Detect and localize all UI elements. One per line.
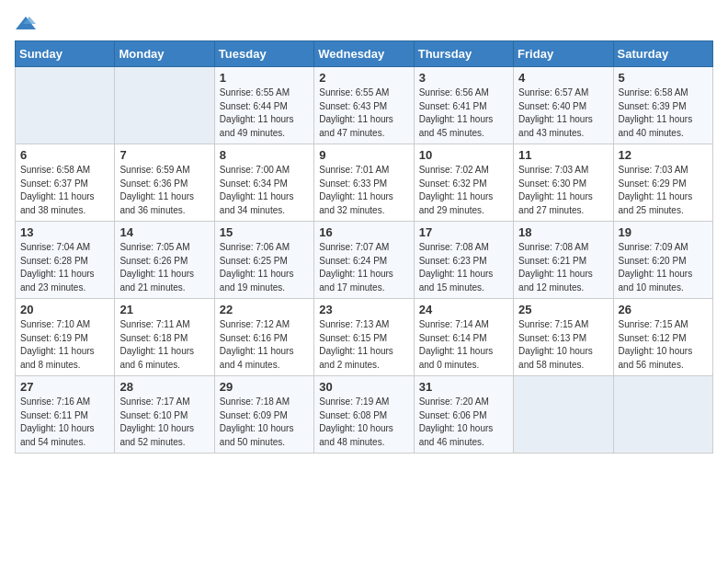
calendar-cell: 22Sunrise: 7:12 AM Sunset: 6:16 PM Dayli…	[214, 299, 313, 376]
day-number: 1	[220, 71, 309, 85]
calendar-cell: 27Sunrise: 7:16 AM Sunset: 6:11 PM Dayli…	[16, 376, 115, 454]
calendar-week-4: 20Sunrise: 7:10 AM Sunset: 6:19 PM Dayli…	[16, 299, 713, 376]
day-info: Sunrise: 6:56 AM Sunset: 6:41 PM Dayligh…	[419, 86, 508, 140]
calendar-cell: 3Sunrise: 6:56 AM Sunset: 6:41 PM Daylig…	[414, 67, 513, 144]
calendar-cell: 23Sunrise: 7:13 AM Sunset: 6:15 PM Dayli…	[314, 299, 414, 376]
day-number: 20	[20, 303, 109, 316]
calendar-cell: 26Sunrise: 7:15 AM Sunset: 6:12 PM Dayli…	[613, 299, 712, 376]
day-info: Sunrise: 7:18 AM Sunset: 6:09 PM Dayligh…	[220, 396, 309, 449]
day-number: 23	[319, 303, 408, 316]
day-number: 25	[518, 303, 608, 316]
calendar-cell: 11Sunrise: 7:03 AM Sunset: 6:30 PM Dayli…	[514, 144, 613, 222]
day-info: Sunrise: 7:08 AM Sunset: 6:21 PM Dayligh…	[518, 241, 608, 294]
day-number: 28	[119, 380, 209, 394]
logo-icon	[16, 15, 36, 31]
day-info: Sunrise: 7:15 AM Sunset: 6:12 PM Dayligh…	[619, 318, 708, 372]
day-info: Sunrise: 7:15 AM Sunset: 6:13 PM Dayligh…	[518, 318, 608, 372]
day-info: Sunrise: 7:05 AM Sunset: 6:26 PM Dayligh…	[119, 241, 209, 294]
day-header-saturday: Saturday	[613, 41, 712, 67]
calendar-cell: 7Sunrise: 6:59 AM Sunset: 6:36 PM Daylig…	[115, 144, 214, 222]
calendar-cell: 2Sunrise: 6:55 AM Sunset: 6:43 PM Daylig…	[314, 67, 414, 144]
calendar-cell: 31Sunrise: 7:20 AM Sunset: 6:06 PM Dayli…	[414, 376, 513, 454]
day-number: 4	[518, 71, 608, 85]
day-info: Sunrise: 6:55 AM Sunset: 6:43 PM Dayligh…	[319, 86, 408, 140]
day-header-friday: Friday	[514, 41, 613, 67]
day-info: Sunrise: 7:17 AM Sunset: 6:10 PM Dayligh…	[119, 396, 209, 449]
calendar-cell: 10Sunrise: 7:02 AM Sunset: 6:32 PM Dayli…	[414, 144, 513, 222]
day-info: Sunrise: 7:04 AM Sunset: 6:28 PM Dayligh…	[20, 241, 109, 294]
day-info: Sunrise: 7:00 AM Sunset: 6:34 PM Dayligh…	[220, 164, 309, 217]
day-number: 5	[619, 71, 708, 85]
day-number: 15	[220, 225, 309, 239]
day-number: 14	[119, 225, 209, 239]
calendar-cell: 29Sunrise: 7:18 AM Sunset: 6:09 PM Dayli…	[214, 376, 313, 454]
day-header-wednesday: Wednesday	[314, 41, 414, 67]
day-number: 16	[319, 225, 408, 239]
day-info: Sunrise: 7:06 AM Sunset: 6:25 PM Dayligh…	[220, 241, 309, 294]
day-number: 12	[619, 148, 708, 162]
day-info: Sunrise: 7:14 AM Sunset: 6:14 PM Dayligh…	[419, 318, 508, 372]
calendar-cell: 5Sunrise: 6:58 AM Sunset: 6:39 PM Daylig…	[613, 67, 712, 144]
day-info: Sunrise: 7:13 AM Sunset: 6:15 PM Dayligh…	[319, 318, 408, 372]
day-info: Sunrise: 7:03 AM Sunset: 6:29 PM Dayligh…	[619, 164, 708, 217]
logo	[15, 15, 37, 31]
calendar-cell: 18Sunrise: 7:08 AM Sunset: 6:21 PM Dayli…	[514, 222, 613, 299]
day-number: 11	[518, 148, 608, 162]
day-header-thursday: Thursday	[414, 41, 513, 67]
day-number: 13	[20, 225, 109, 239]
day-info: Sunrise: 6:55 AM Sunset: 6:44 PM Dayligh…	[220, 86, 309, 140]
calendar-cell: 1Sunrise: 6:55 AM Sunset: 6:44 PM Daylig…	[214, 67, 313, 144]
calendar-cell: 4Sunrise: 6:57 AM Sunset: 6:40 PM Daylig…	[514, 67, 613, 144]
calendar-cell	[514, 376, 613, 454]
day-info: Sunrise: 7:02 AM Sunset: 6:32 PM Dayligh…	[419, 164, 508, 217]
day-info: Sunrise: 7:08 AM Sunset: 6:23 PM Dayligh…	[419, 241, 508, 294]
day-header-monday: Monday	[115, 41, 214, 67]
day-info: Sunrise: 7:10 AM Sunset: 6:19 PM Dayligh…	[20, 318, 109, 372]
calendar-week-1: 1Sunrise: 6:55 AM Sunset: 6:44 PM Daylig…	[16, 67, 713, 144]
day-number: 9	[319, 148, 408, 162]
day-info: Sunrise: 6:58 AM Sunset: 6:39 PM Dayligh…	[619, 86, 708, 140]
calendar-cell: 21Sunrise: 7:11 AM Sunset: 6:18 PM Dayli…	[115, 299, 214, 376]
day-number: 31	[419, 380, 508, 394]
day-info: Sunrise: 7:03 AM Sunset: 6:30 PM Dayligh…	[518, 164, 608, 217]
calendar-cell: 20Sunrise: 7:10 AM Sunset: 6:19 PM Dayli…	[16, 299, 115, 376]
calendar-header: SundayMondayTuesdayWednesdayThursdayFrid…	[16, 41, 713, 67]
calendar-cell: 15Sunrise: 7:06 AM Sunset: 6:25 PM Dayli…	[214, 222, 313, 299]
calendar-cell: 30Sunrise: 7:19 AM Sunset: 6:08 PM Dayli…	[314, 376, 414, 454]
calendar-cell: 16Sunrise: 7:07 AM Sunset: 6:24 PM Dayli…	[314, 222, 414, 299]
day-number: 8	[220, 148, 309, 162]
day-header-tuesday: Tuesday	[214, 41, 313, 67]
page-header	[15, 15, 713, 31]
day-info: Sunrise: 7:11 AM Sunset: 6:18 PM Dayligh…	[119, 318, 209, 372]
calendar-cell	[613, 376, 712, 454]
day-header-sunday: Sunday	[16, 41, 115, 67]
calendar-week-5: 27Sunrise: 7:16 AM Sunset: 6:11 PM Dayli…	[16, 376, 713, 454]
day-info: Sunrise: 7:20 AM Sunset: 6:06 PM Dayligh…	[419, 396, 508, 449]
day-info: Sunrise: 6:58 AM Sunset: 6:37 PM Dayligh…	[20, 164, 109, 217]
calendar-cell: 6Sunrise: 6:58 AM Sunset: 6:37 PM Daylig…	[16, 144, 115, 222]
day-number: 21	[119, 303, 209, 316]
calendar-cell: 25Sunrise: 7:15 AM Sunset: 6:13 PM Dayli…	[514, 299, 613, 376]
day-number: 6	[20, 148, 109, 162]
calendar-cell: 24Sunrise: 7:14 AM Sunset: 6:14 PM Dayli…	[414, 299, 513, 376]
calendar-cell: 19Sunrise: 7:09 AM Sunset: 6:20 PM Dayli…	[613, 222, 712, 299]
day-number: 30	[319, 380, 408, 394]
calendar-cell: 28Sunrise: 7:17 AM Sunset: 6:10 PM Dayli…	[115, 376, 214, 454]
day-number: 24	[419, 303, 508, 316]
calendar-table: SundayMondayTuesdayWednesdayThursdayFrid…	[15, 40, 713, 454]
day-number: 3	[419, 71, 508, 85]
calendar-cell: 12Sunrise: 7:03 AM Sunset: 6:29 PM Dayli…	[613, 144, 712, 222]
day-number: 22	[220, 303, 309, 316]
day-info: Sunrise: 7:12 AM Sunset: 6:16 PM Dayligh…	[220, 318, 309, 372]
day-number: 29	[220, 380, 309, 394]
day-number: 10	[419, 148, 508, 162]
day-number: 17	[419, 225, 508, 239]
day-number: 2	[319, 71, 408, 85]
day-info: Sunrise: 7:09 AM Sunset: 6:20 PM Dayligh…	[619, 241, 708, 294]
day-info: Sunrise: 7:07 AM Sunset: 6:24 PM Dayligh…	[319, 241, 408, 294]
calendar-cell	[115, 67, 214, 144]
day-number: 19	[619, 225, 708, 239]
calendar-cell	[16, 67, 115, 144]
calendar-cell: 13Sunrise: 7:04 AM Sunset: 6:28 PM Dayli…	[16, 222, 115, 299]
day-info: Sunrise: 7:19 AM Sunset: 6:08 PM Dayligh…	[319, 396, 408, 449]
